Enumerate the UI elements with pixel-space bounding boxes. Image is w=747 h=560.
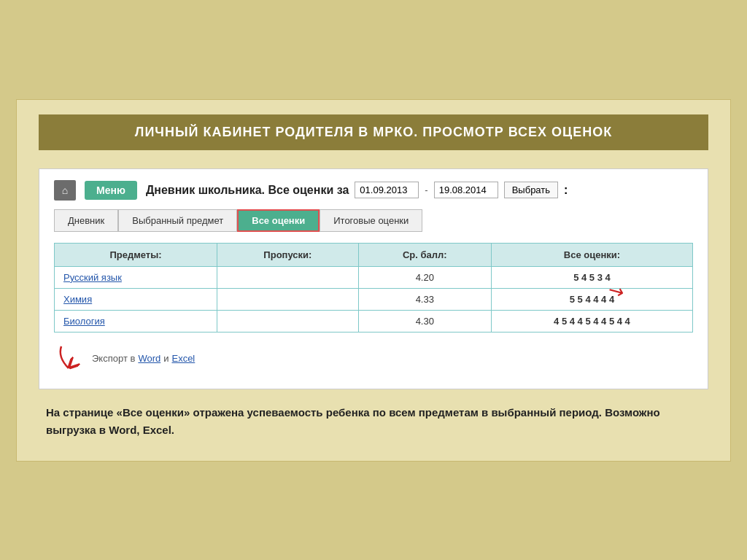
subject-cell-2: Химия xyxy=(55,288,217,310)
avg-cell-3: 4.30 xyxy=(358,310,491,332)
skips-cell-2 xyxy=(217,288,359,310)
col-skips: Пропуски: xyxy=(217,243,359,266)
subject-cell-1: Русский язык xyxy=(55,266,217,288)
browser-mockup: ↘ ⌂ Меню Дневник школьника. Все оценки з… xyxy=(39,168,708,389)
export-excel-link[interactable]: Excel xyxy=(171,353,195,364)
description-content: На странице «Все оценки» отражена успева… xyxy=(46,406,660,436)
colon: : xyxy=(564,184,568,197)
table-row: Биология 4.30 4 5 4 4 5 4 4 5 4 4 xyxy=(55,310,693,332)
date-from-input[interactable] xyxy=(355,182,419,198)
subject-link-russian[interactable]: Русский язык xyxy=(63,272,122,283)
tab-selected-subject-label: Выбранный предмет xyxy=(132,215,223,226)
menu-button[interactable]: Меню xyxy=(85,181,137,200)
home-icon: ⌂ xyxy=(62,184,68,196)
skips-cell-1 xyxy=(217,266,359,288)
grades-cell-2: 5 5 4 4 4 4 xyxy=(491,288,692,310)
avg-cell-1: 4.20 xyxy=(358,266,491,288)
export-connector: и xyxy=(163,353,169,364)
page-title: Дневник школьника. Все оценки за xyxy=(146,184,349,197)
avg-cell-2: 4.33 xyxy=(358,288,491,310)
tab-selected-subject[interactable]: Выбранный предмет xyxy=(118,209,237,232)
date-to-input[interactable] xyxy=(434,182,498,198)
col-subjects: Предметы: xyxy=(55,243,217,266)
date-separator: - xyxy=(425,184,427,195)
tab-final-grades-label: Итоговые оценки xyxy=(333,215,409,226)
home-button[interactable]: ⌂ xyxy=(54,180,76,201)
tabs-row: Дневник Выбранный предмет Все оценки Ито… xyxy=(54,209,693,232)
col-all-grades: Все оценки: xyxy=(491,243,692,266)
tab-diary[interactable]: Дневник xyxy=(54,209,118,232)
export-word-link[interactable]: Word xyxy=(138,353,160,364)
skips-cell-3 xyxy=(217,310,359,332)
grades-cell-1: 5 4 5 3 4 xyxy=(491,266,692,288)
export-row: Экспорт в Word и Excel xyxy=(54,343,693,374)
select-label: Выбрать xyxy=(512,184,550,195)
select-button[interactable]: Выбрать xyxy=(504,182,558,198)
browser-header: ⌂ Меню Дневник школьника. Все оценки за … xyxy=(54,180,693,201)
slide-container: ЛИЧНЫЙ КАБИНЕТ РОДИТЕЛЯ В МРКО. ПРОСМОТР… xyxy=(16,99,731,462)
subject-link-biology[interactable]: Биология xyxy=(63,316,105,327)
subject-link-chemistry[interactable]: Химия xyxy=(63,294,92,305)
table-row: Русский язык 4.20 5 4 5 3 4 xyxy=(55,266,693,288)
slide-title: ЛИЧНЫЙ КАБИНЕТ РОДИТЕЛЯ В МРКО. ПРОСМОТР… xyxy=(135,125,612,139)
tab-all-grades-label: Все оценки xyxy=(252,215,305,226)
description-text: На странице «Все оценки» отражена успева… xyxy=(39,404,708,439)
table-row: Химия 4.33 5 5 4 4 4 4 xyxy=(55,288,693,310)
grades-table: Предметы: Пропуски: Ср. балл: Все оценки… xyxy=(54,243,693,332)
export-prefix: Экспорт в xyxy=(92,353,135,364)
col-avg: Ср. балл: xyxy=(358,243,491,266)
subject-cell-3: Биология xyxy=(55,310,217,332)
export-arrow-icon xyxy=(54,343,83,372)
tab-all-grades[interactable]: Все оценки xyxy=(237,209,320,232)
menu-label: Меню xyxy=(96,184,125,196)
tab-final-grades[interactable]: Итоговые оценки xyxy=(320,209,422,232)
page-title-area: Дневник школьника. Все оценки за - Выбра… xyxy=(146,182,568,198)
grades-cell-3: 4 5 4 4 5 4 4 5 4 4 xyxy=(491,310,692,332)
title-bar: ЛИЧНЫЙ КАБИНЕТ РОДИТЕЛЯ В МРКО. ПРОСМОТР… xyxy=(39,114,708,150)
tab-diary-label: Дневник xyxy=(68,215,104,226)
table-header-row: Предметы: Пропуски: Ср. балл: Все оценки… xyxy=(55,243,693,266)
